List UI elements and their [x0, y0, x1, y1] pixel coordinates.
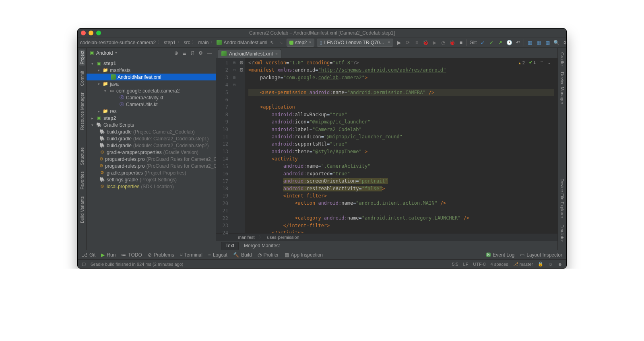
profiler-tool-button[interactable]: ◔Profiler [258, 252, 279, 258]
tool-window-list-icon[interactable]: ▢ [82, 261, 86, 267]
rollback-icon[interactable]: ↶ [515, 39, 521, 46]
tree-file[interactable]: ⓀCameraActivity.kt [87, 94, 216, 101]
tree-file[interactable]: ⚙gradle-wrapper.properties (Gradle Versi… [87, 149, 216, 156]
build-tool-button[interactable]: 🔨Build [233, 252, 252, 258]
merged-manifest-tab[interactable]: Merged Manifest [239, 242, 284, 250]
tree-file[interactable]: ⚙local.properties (SDK Location) [87, 183, 216, 190]
tree-module[interactable]: ▾▣step1 [87, 60, 216, 67]
line-separator[interactable]: LF [463, 262, 469, 267]
problems-badge[interactable]: 2 1 ⌃ ⌄ [518, 60, 551, 65]
file-encoding[interactable]: UTF-8 [473, 262, 485, 267]
history-icon[interactable]: 🕑 [506, 39, 512, 46]
memory-indicator-icon[interactable]: ☺ [548, 262, 553, 267]
lock-icon[interactable]: 🔒 [538, 261, 543, 267]
breadcrumb-item[interactable]: src [184, 40, 190, 45]
run-tool-button[interactable]: ▶Run [101, 252, 116, 258]
nav-back-icon[interactable]: ↖ [269, 39, 275, 46]
settings-icon[interactable]: ⚙ [562, 39, 567, 46]
git-tool-button[interactable]: ⎇Git [82, 252, 95, 258]
tree-file[interactable]: ⚙proguard-rules.pro (ProGuard Rules for … [87, 156, 216, 162]
android-icon: ▣ [90, 50, 94, 55]
code-editor[interactable]: 2 1 ⌃ ⌄ 12345678910111213141516171819202… [216, 58, 557, 233]
ide-status-icon[interactable]: ☻ [557, 262, 562, 267]
device-manager-tool-button[interactable]: Device Manager [559, 71, 565, 105]
resource-manager-icon[interactable]: ▨ [544, 39, 551, 46]
search-icon[interactable]: 🔍 [553, 39, 559, 46]
inspections-ok: 1 [529, 60, 536, 65]
commit-tool-button[interactable]: Commit [79, 70, 85, 87]
tree-folder[interactable]: ▾📁manifests [87, 67, 216, 74]
attach-icon[interactable]: 🐞 [449, 39, 455, 46]
bottom-tool-bar: ⎇Git ▶Run ≔TODO ⊘Problems ⌑Terminal ≡Log… [78, 250, 566, 259]
update-project-icon[interactable]: ↙ [479, 39, 486, 46]
sdk-manager-icon[interactable]: ▦ [535, 39, 542, 46]
tree-file[interactable]: ⚙proguard-rules.pro (ProGuard Rules for … [87, 162, 216, 169]
resource-manager-tool-button[interactable]: Resource Manager [79, 91, 85, 131]
editor-tab[interactable]: AndroidManifest.xml × [218, 49, 281, 58]
breadcrumb-item[interactable]: main [198, 40, 208, 45]
editor-area: AndroidManifest.xml × 2 1 ⌃ ⌄ 1234567891… [216, 48, 557, 250]
device-dropdown[interactable]: ▯ LENOVO Lenovo TB-Q706F-DPP ▼ [317, 39, 393, 47]
event-log-button[interactable]: 5Event Log [486, 252, 515, 258]
favorites-tool-button[interactable]: Favorites [79, 170, 85, 191]
xml-file-icon [217, 40, 222, 45]
select-opened-file-icon[interactable]: ⊕ [173, 50, 179, 56]
run-config-label: step2 [295, 40, 307, 45]
tree-file[interactable]: ⚙gradle.properties (Project Properties) [87, 169, 216, 176]
layout-inspector-button[interactable]: ▭Layout Inspector [520, 252, 562, 258]
tree-file[interactable]: 🐘build.gradle (Module: Camera2_Codelab.s… [87, 142, 216, 149]
tree-file-manifest[interactable]: AndroidManifest.xml [87, 74, 216, 80]
apply-code-icon[interactable]: ≡ [413, 39, 420, 46]
breadcrumb-item[interactable]: AndroidManifest.xml [223, 40, 267, 45]
tree-file[interactable]: ⓀCameraUtils.kt [87, 101, 216, 108]
title-bar: Camera2 Codelab – AndroidManifest.xml [C… [78, 29, 566, 37]
project-tool-button[interactable]: Project [79, 49, 85, 66]
profiler-icon[interactable]: ◔ [440, 39, 446, 46]
app-inspection-tool-button[interactable]: ▤App Inspection [285, 252, 323, 258]
settings-icon[interactable]: ⚙ [198, 50, 204, 56]
coverage-icon[interactable]: ▶ [431, 39, 438, 46]
caret-position[interactable]: 5:5 [452, 262, 458, 267]
tree-folder[interactable]: ▸📁res [87, 108, 216, 115]
breadcrumb-item[interactable]: manifest [238, 235, 255, 240]
git-branch[interactable]: ⎇master [513, 261, 533, 267]
run-config-dropdown[interactable]: step2 ▼ [287, 39, 314, 47]
code-content[interactable]: <?xml version="1.0" encoding="utf-8"?> <… [245, 58, 557, 233]
tree-gradle-scripts[interactable]: ▾🐘Gradle Scripts [87, 121, 216, 128]
push-icon[interactable]: ↗ [497, 39, 504, 46]
hide-icon[interactable]: — [206, 50, 213, 56]
project-view-dropdown[interactable]: Android ▼ [96, 50, 118, 56]
avd-manager-icon[interactable]: ▥ [526, 39, 533, 46]
tree-module[interactable]: ▸▣step2 [87, 115, 216, 121]
todo-tool-button[interactable]: ≔TODO [121, 252, 142, 258]
breadcrumb-item[interactable]: codelab-resizable-surface-camera2 [80, 40, 156, 45]
commit-icon[interactable]: ✓ [488, 39, 495, 46]
debug-icon[interactable]: 🐞 [422, 39, 429, 46]
emulator-tool-button[interactable]: Emulator [559, 223, 565, 243]
breadcrumb-item[interactable]: step1 [164, 40, 175, 45]
structure-tool-button[interactable]: Structure [79, 146, 85, 166]
collapse-all-icon[interactable]: ⇵ [190, 50, 195, 56]
tree-file[interactable]: 🐘build.gradle (Module: Camera2_Codelab.s… [87, 135, 216, 142]
close-icon[interactable]: × [275, 51, 278, 56]
breadcrumb-item[interactable]: uses-permission [267, 235, 299, 240]
tree-file[interactable]: 🐘build.gradle (Project: Camera2_Codelab) [87, 128, 216, 135]
tree-file[interactable]: 🐘settings.gradle (Project Settings) [87, 176, 216, 183]
text-tab[interactable]: Text [221, 242, 239, 250]
tree-package[interactable]: ▾▭com.google.codelab.camera2 [87, 87, 216, 94]
indent-info[interactable]: 4 spaces [491, 262, 508, 267]
build-variants-tool-button[interactable]: Build Variants [79, 195, 85, 224]
tree-folder[interactable]: ▾📁java [87, 80, 216, 87]
terminal-tool-button[interactable]: ⌑Terminal [180, 252, 202, 258]
device-file-explorer-tool-button[interactable]: Device File Explorer [559, 177, 565, 219]
logcat-tool-button[interactable]: ≡Logcat [208, 252, 227, 258]
project-view-label: Android [96, 50, 113, 56]
run-icon[interactable]: ▶ [396, 39, 402, 46]
problems-tool-button[interactable]: ⊘Problems [148, 252, 174, 258]
tab-label: AndroidManifest.xml [229, 51, 273, 57]
gradle-tool-button[interactable]: Gradle [559, 51, 565, 67]
editor-tab-bar: AndroidManifest.xml × [216, 48, 557, 58]
line-number-gutter: 123456789101112131415161718192021222324 [216, 58, 231, 233]
apply-changes-icon[interactable]: ⟳ [405, 39, 411, 46]
expand-all-icon[interactable]: ≣ [182, 50, 187, 56]
